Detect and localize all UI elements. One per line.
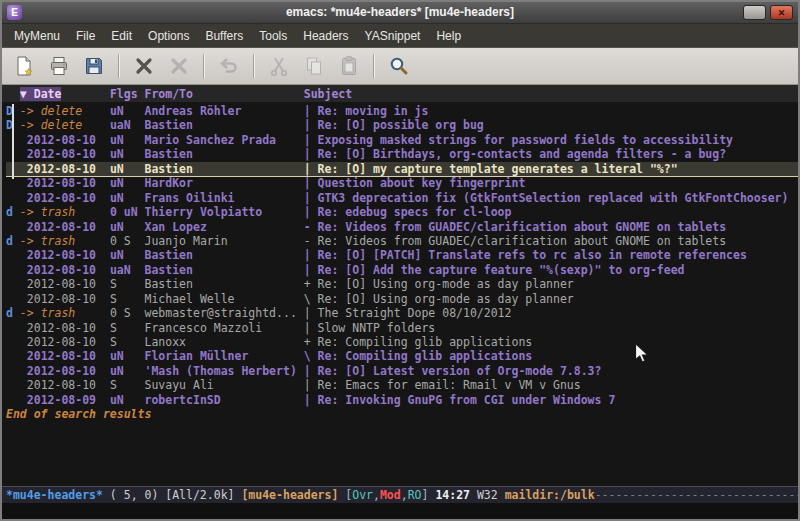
headers-columns[interactable]: ▼ Date Flgs From/To Subject [2,85,798,102]
subject-cell: | The Straight Dope 08/10/2012 [304,306,512,320]
menu-item-options[interactable]: Options [140,26,197,46]
flags-cell: uN [110,176,145,190]
from-cell: webmaster@straightd... [145,306,304,320]
message-row[interactable]: 2012-08-10 uN Xan Lopez - Re: Videos fro… [6,220,798,234]
column-flags[interactable]: Flgs [110,87,145,101]
search-icon[interactable] [385,52,413,80]
date-cell: 2012-08-10 [20,292,110,306]
close-buffer-icon[interactable] [130,52,158,80]
flags-cell: 0 S [110,234,145,248]
subject-cell: | Re: Emacs for email: Rmail v VM v Gnus [304,378,581,392]
mark-cell [6,321,20,335]
hl-lead-pad [6,87,20,101]
from-cell: Bastien [145,263,304,277]
subject-cell: \ Re: Compiling glib applications [304,349,532,363]
subject-cell: - Re: Videos from GUADEC/clarification a… [304,220,726,234]
from-cell: Xan Lopez [145,220,304,234]
subject-cell: | Exposing masked strings for password f… [304,133,733,147]
mark-cell: d [6,234,20,248]
flags-cell: 0 uN [110,205,145,219]
date-cell: 2012-08-10 [20,176,110,190]
sort-column-date[interactable]: ▼ Date [20,87,62,101]
new-document-icon[interactable] [10,52,38,80]
message-row[interactable]: D -> delete uaN Bastien | Re: [O] possib… [6,118,798,132]
from-cell: Bastien [145,248,304,262]
message-row[interactable]: 2012-08-10 S Michael Welle \ Re: [O] Usi… [6,292,798,306]
message-row[interactable]: 2012-08-10 uaN Bastien | Re: [O] Add the… [6,263,798,277]
mark-target-cell: -> trash [20,306,110,320]
flags-cell: uaN [110,118,145,132]
from-cell: Frans Oilinki [145,191,304,205]
date-cell: 2012-08-10 [20,162,110,176]
date-cell: 2012-08-10 [20,349,110,363]
message-row[interactable]: d -> trash 0 S Juanjo Marin - Re: Videos… [6,234,798,248]
date-cell: 2012-08-10 [20,364,110,378]
message-row[interactable]: 2012-08-09 uN robertcInSD | Re: Invoking… [6,393,798,407]
menu-item-mymenu[interactable]: MyMenu [6,26,68,46]
flags-cell: S [110,335,145,349]
cut-icon [265,52,293,80]
date-cell: 2012-08-10 [20,147,110,161]
menu-item-help[interactable]: Help [428,26,469,46]
date-cell: 2012-08-10 [20,248,110,262]
mark-cell [6,248,20,262]
flags-cell: uN [110,191,145,205]
menu-item-tools[interactable]: Tools [251,26,295,46]
date-cell: 2012-08-09 [20,393,110,407]
message-row[interactable]: d -> trash 0 S webmaster@straightd... | … [6,306,798,320]
subject-cell: | Slow NNTP folders [304,321,436,335]
menu-item-file[interactable]: File [68,26,103,46]
headers-buffer: ▼ Date Flgs From/To Subject D -> delete … [2,85,798,486]
modeline[interactable]: *mu4e-headers* ( 5, 0) [All/2.0k] [mu4e-… [2,486,798,503]
menu-item-headers[interactable]: Headers [295,26,356,46]
message-row[interactable]: D -> delete uN Andreas Röhler | Re: movi… [6,104,798,118]
subject-cell: | Re: [O] possible org bug [304,118,484,132]
menu-item-yasnippet[interactable]: YASnippet [357,26,429,46]
print-icon[interactable] [45,52,73,80]
message-row[interactable]: 2012-08-10 uN Bastien | Re: [O] Birthday… [6,147,798,161]
from-cell: HardKor [145,176,304,190]
message-row[interactable]: 2012-08-10 uN Bastien | Re: [O] [PATCH] … [6,248,798,262]
save-icon[interactable] [80,52,108,80]
message-row[interactable]: 2012-08-10 uN HardKor | Question about k… [6,176,798,190]
menu-item-edit[interactable]: Edit [103,26,140,46]
column-subject[interactable]: Subject [304,87,352,101]
modeline-dashes: ----------------------------------------… [595,488,798,502]
mark-cell [6,191,20,205]
titlebar[interactable]: E emacs: *mu4e-headers* [mu4e-headers] ✕ [2,2,798,24]
scrollbar-thumb[interactable] [12,104,14,179]
flags-cell: uN [110,349,145,363]
from-cell: Francesco Mazzoli [145,321,304,335]
message-row[interactable]: d -> trash 0 uN Thierry Volpiatto | Re: … [6,205,798,219]
menu-item-buffers[interactable]: Buffers [197,26,251,46]
date-cell: 2012-08-10 [20,378,110,392]
message-row[interactable]: 2012-08-10 S Bastien + Re: [O] Using org… [6,277,798,291]
undo-icon [215,52,243,80]
from-cell: Lanoxx [145,335,304,349]
message-row[interactable]: 2012-08-10 S Lanoxx + Re: Compiling glib… [6,335,798,349]
close-button[interactable]: ✕ [770,5,793,20]
column-from[interactable]: From/To [145,87,304,101]
modeline-count: [All/2.0k] [165,488,241,502]
date-cell: 2012-08-10 [20,191,110,205]
flags-cell: uN [110,147,145,161]
maximize-button[interactable] [743,5,766,20]
message-row[interactable]: 2012-08-10 S Francesco Mazzoli | Slow NN… [6,321,798,335]
echo-area[interactable] [2,503,798,519]
message-row[interactable]: 2012-08-10 uN 'Mash (Thomas Herbert) | R… [6,364,798,378]
subject-cell: | Re: [O] my capture template generates … [304,162,678,176]
message-row[interactable]: 2012-08-10 S Suvayu Ali | Re: Emacs for … [6,378,798,392]
message-row[interactable]: 2012-08-10 uN Florian Müllner \ Re: Comp… [6,349,798,363]
subject-cell: + Re: Compiling glib applications [304,335,532,349]
hl-pad [61,87,109,101]
modeline-comma1: , [373,488,380,502]
mark-target-cell: -> trash [20,205,110,219]
message-row[interactable]: 2012-08-10 uN Frans Oilinki | GTK3 depre… [6,191,798,205]
mark-cell [6,292,20,306]
mark-target-cell: -> delete [20,104,110,118]
message-row[interactable]: 2012-08-10 uN Bastien | Re: [O] my captu… [6,162,798,176]
subject-cell: | Re: Invoking GnuPG from CGI under Wind… [304,393,616,407]
from-cell: Florian Müllner [145,349,304,363]
message-row[interactable]: 2012-08-10 uN Mario Sanchez Prada | Expo… [6,133,798,147]
subject-cell: | Re: edebug specs for cl-loop [304,205,512,219]
